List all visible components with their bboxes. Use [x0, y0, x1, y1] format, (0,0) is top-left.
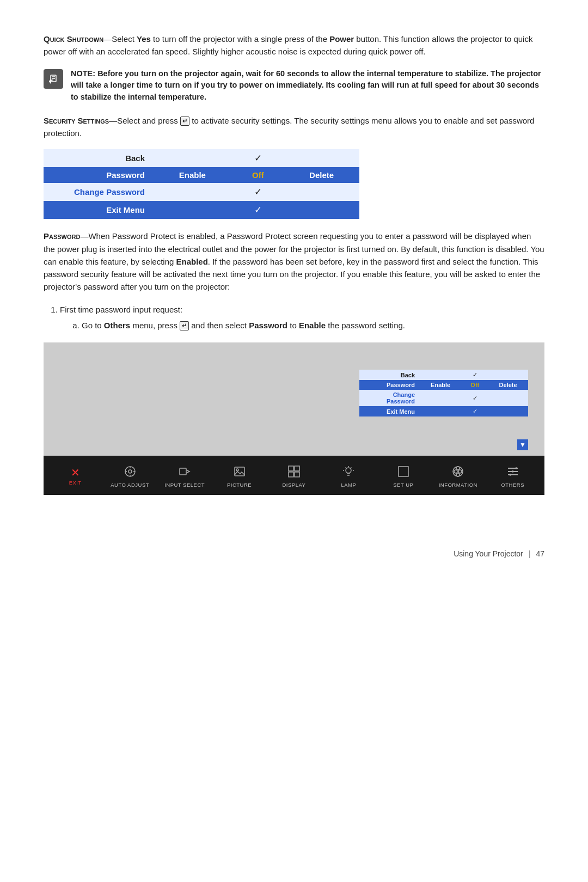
page-number: 47	[536, 549, 544, 558]
list-subitem: Go to Others menu, press ↵ and then sele…	[82, 319, 544, 332]
page-footer: Using Your Projector | 47	[0, 538, 588, 564]
auto-adjust-icon	[124, 465, 137, 480]
table-cell	[419, 370, 462, 380]
mini-security-table: Back ✓ Password Enable Off Delete Change…	[359, 370, 528, 416]
footer-text: Using Your Projector	[454, 549, 523, 558]
table-cell-enable: Enable	[152, 167, 232, 183]
auto-adjust-button[interactable]: Auto Adjust	[102, 456, 157, 495]
table-row: Password Enable Off Delete	[44, 167, 359, 183]
svg-rect-14	[235, 467, 244, 476]
table-cell-off: Off	[232, 167, 284, 183]
svg-point-20	[346, 468, 351, 473]
auto-adjust-label: Auto Adjust	[111, 482, 149, 488]
security-table: Back ✓ Password Enable Off Delete Change…	[44, 149, 359, 219]
table-row: Exit Menu ✓	[359, 406, 528, 416]
display-svg	[287, 465, 301, 478]
screenshot-inner: Back ✓ Password Enable Off Delete Change…	[44, 342, 544, 456]
setup-button[interactable]: Set Up	[376, 456, 431, 495]
table-cell	[488, 406, 528, 416]
table-cell	[284, 201, 359, 219]
display-button[interactable]: Display	[267, 456, 321, 495]
input-select-svg	[178, 465, 191, 478]
security-settings-label: Security Settings	[44, 116, 109, 125]
table-cell-enable: Enable	[419, 380, 462, 390]
others-icon	[506, 465, 519, 480]
input-select-button[interactable]: Input Select	[157, 456, 212, 495]
picture-svg	[233, 465, 246, 478]
enter-key-icon: ↵	[180, 117, 189, 126]
table-cell-label: Password	[44, 167, 152, 183]
table-cell-check: ✓	[462, 406, 488, 416]
quick-shutdown-dash: —Select Yes to turn off the projector wi…	[44, 34, 532, 56]
table-cell	[419, 406, 462, 416]
lamp-button[interactable]: Lamp	[321, 456, 376, 495]
others-button[interactable]: Others	[486, 456, 540, 495]
svg-marker-2	[50, 82, 51, 84]
svg-point-31	[458, 470, 462, 473]
table-row: Password Enable Off Delete	[359, 380, 528, 390]
setup-icon	[397, 465, 410, 480]
table-cell-check: ✓	[232, 149, 284, 167]
picture-icon	[233, 465, 246, 480]
table-cell-check: ✓	[462, 390, 488, 406]
setup-svg	[397, 465, 410, 478]
information-button[interactable]: Information	[431, 456, 485, 495]
password-label: Password	[44, 231, 80, 241]
svg-line-24	[351, 468, 352, 469]
note-text: NOTE: Before you turn on the projector a…	[71, 68, 544, 103]
table-row: Back ✓	[359, 370, 528, 380]
scroll-down-arrow[interactable]: ▼	[517, 439, 528, 450]
table-row: Change Password ✓	[44, 183, 359, 201]
table-cell-off: Off	[462, 380, 488, 390]
security-settings-block: Security Settings—Select and press ↵ to …	[44, 114, 544, 140]
picture-label: Picture	[227, 482, 252, 488]
footer-pipe: |	[529, 549, 531, 558]
quick-shutdown-label: Quick Shutdown	[44, 34, 103, 44]
svg-rect-18	[289, 472, 293, 477]
svg-point-15	[236, 469, 238, 471]
picture-button[interactable]: Picture	[212, 456, 266, 495]
table-cell-label: Back	[359, 370, 419, 380]
table-cell-label: Password	[359, 380, 419, 390]
exit-label: Exit	[69, 480, 82, 486]
table-cell-delete: Delete	[284, 167, 359, 183]
svg-point-30	[454, 470, 457, 473]
table-row: Back ✓	[44, 149, 359, 167]
information-icon	[451, 465, 464, 480]
setup-label: Set Up	[393, 482, 413, 488]
input-select-label: Input Select	[164, 482, 205, 488]
table-row: Change Password ✓	[359, 390, 528, 406]
input-select-icon	[178, 465, 191, 480]
numbered-list: First time password input request: Go to…	[60, 303, 544, 332]
page-content: Quick Shutdown—Select Yes to turn off th…	[0, 0, 588, 538]
table-cell	[488, 390, 528, 406]
svg-point-8	[128, 470, 132, 473]
svg-rect-17	[295, 466, 299, 471]
table-cell-label: Change Password	[359, 390, 419, 406]
svg-line-25	[346, 468, 347, 469]
pencil-icon	[47, 73, 59, 85]
note-icon	[44, 69, 63, 89]
table-cell-label: Exit Menu	[44, 201, 152, 219]
table-cell-label: Back	[44, 149, 152, 167]
table-cell	[488, 370, 528, 380]
table-cell-check: ✓	[462, 370, 488, 380]
quick-shutdown-block: Quick Shutdown—Select Yes to turn off th…	[44, 33, 544, 58]
table-cell	[419, 390, 462, 406]
list-item: First time password input request: Go to…	[60, 303, 544, 332]
note-label: NOTE:	[71, 69, 95, 78]
table-cell-delete: Delete	[488, 380, 528, 390]
auto-adjust-svg	[124, 465, 137, 478]
lamp-icon	[342, 465, 355, 480]
svg-point-33	[456, 473, 460, 476]
table-cell-check: ✓	[232, 183, 284, 201]
exit-button[interactable]: ✕ Exit	[48, 456, 102, 495]
table-cell-check: ✓	[232, 201, 284, 219]
svg-point-32	[456, 467, 460, 470]
password-block: Password—When Password Protect is enable…	[44, 230, 544, 293]
screenshot-area: Back ✓ Password Enable Off Delete Change…	[44, 342, 544, 495]
table-cell	[284, 183, 359, 201]
display-icon	[287, 465, 301, 480]
display-label: Display	[283, 482, 306, 488]
information-label: Information	[439, 482, 477, 488]
